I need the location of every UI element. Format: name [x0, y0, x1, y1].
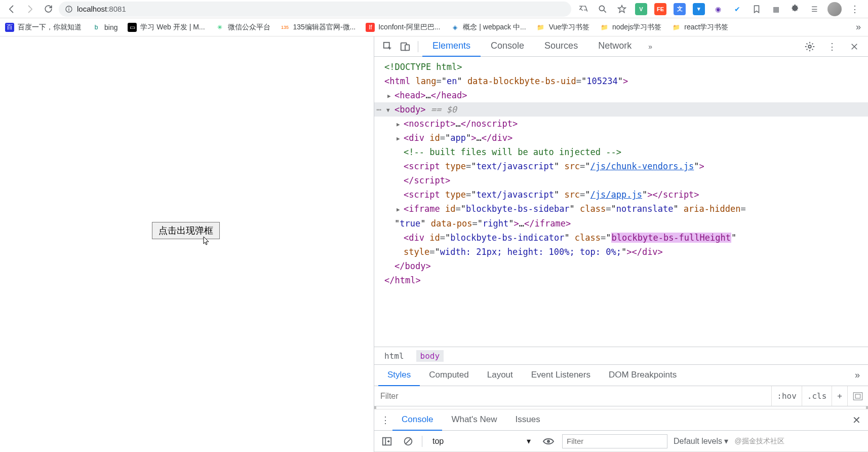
- log-levels-select[interactable]: Default levels ▾: [674, 436, 729, 446]
- tab-network[interactable]: Network: [588, 36, 642, 57]
- ext-blue-icon[interactable]: ▾: [693, 3, 705, 15]
- svg-point-15: [547, 440, 550, 443]
- devtools-close-icon[interactable]: [846, 38, 863, 55]
- console-toolbar: top▾ Default levels ▾ @掘金技术社区: [374, 431, 868, 452]
- styles-tab-styles[interactable]: Styles: [378, 365, 420, 386]
- bookmark-folder-react[interactable]: 📁react学习书签: [672, 23, 728, 32]
- dom-div-app[interactable]: ▶<div id="app">…</div>: [374, 131, 868, 145]
- forward-button[interactable]: [22, 2, 37, 17]
- google-translate-ext-icon[interactable]: 文: [674, 3, 686, 15]
- bookmark-webpack[interactable]: ◈概念 | webpack 中...: [450, 23, 526, 32]
- bookmark-icon: 百: [5, 23, 14, 32]
- bookmark-iconfont[interactable]: IfIconfont-阿里巴巴...: [366, 23, 440, 32]
- dom-html-close[interactable]: </html>: [374, 273, 868, 287]
- tab-elements[interactable]: Elements: [422, 36, 481, 57]
- url-host: localhost: [77, 5, 107, 13]
- dom-comment[interactable]: <!-- built files will be auto injected -…: [374, 145, 868, 159]
- extensions-puzzle-icon[interactable]: [789, 3, 801, 15]
- dom-iframe[interactable]: ▶<iframe id="blockbyte-bs-sidebar" class…: [374, 202, 868, 216]
- crumb-html[interactable]: html: [380, 350, 408, 362]
- bookmark-folder-nodejs[interactable]: 📁nodejs学习书签: [600, 23, 661, 32]
- dom-noscript[interactable]: ▶<noscript>…</noscript>: [374, 117, 868, 131]
- dom-doctype[interactable]: <!DOCTYPE html>: [374, 60, 868, 74]
- dom-indicator[interactable]: <div id="blockbyte-bs-indicator" class="…: [374, 231, 868, 245]
- drawer-tab-console[interactable]: Console: [392, 409, 442, 431]
- dom-body-close[interactable]: </body>: [374, 259, 868, 273]
- bookmarks-bar: 百百度一下，你就知道 bbing ▭学习 Web 开发 | M... ✳微信公众…: [0, 18, 868, 36]
- site-info-icon[interactable]: [65, 5, 73, 13]
- dom-script1[interactable]: <script type="text/javascript" src="/js/…: [374, 159, 868, 173]
- bookmark-mdn[interactable]: ▭学习 Web 开发 | M...: [128, 23, 205, 32]
- tabs-overflow-icon[interactable]: »: [642, 38, 659, 55]
- dom-body-open[interactable]: ⋯▼<body> == $0: [374, 102, 868, 117]
- live-expression-icon[interactable]: [541, 434, 556, 449]
- inspect-element-icon[interactable]: [379, 38, 397, 55]
- reading-list-icon[interactable]: [751, 3, 763, 15]
- drawer-tab-whatsnew[interactable]: What's New: [442, 409, 506, 431]
- reload-button[interactable]: [41, 2, 56, 17]
- bookmark-icon: ▭: [128, 23, 137, 32]
- bookmark-icon: If: [366, 23, 375, 32]
- ext-purple-icon[interactable]: ◉: [712, 3, 724, 15]
- chrome-menu-icon[interactable]: ⋮: [849, 3, 861, 15]
- folder-icon: 📁: [672, 23, 681, 32]
- console-filter-input[interactable]: [562, 434, 667, 448]
- ext-v-icon[interactable]: ✔: [731, 3, 743, 15]
- bookmark-label: bing: [104, 23, 117, 31]
- device-toggle-icon[interactable]: [397, 38, 414, 55]
- drawer-tab-issues[interactable]: Issues: [506, 409, 549, 431]
- dom-iframe-cont[interactable]: "true" data-pos="right">…</iframe>: [374, 216, 868, 231]
- page-viewport: 点击出现弹框: [0, 36, 374, 452]
- crumb-body[interactable]: body: [416, 350, 444, 362]
- dom-indicator-cont[interactable]: style="width: 21px; height: 100%; top: 0…: [374, 245, 868, 259]
- settings-gear-icon[interactable]: [801, 38, 818, 55]
- styles-tab-layout[interactable]: Layout: [478, 365, 522, 386]
- folder-icon: 📁: [536, 23, 545, 32]
- ext-fe-icon[interactable]: FE: [654, 3, 666, 15]
- translate-icon[interactable]: [577, 3, 589, 15]
- profile-avatar[interactable]: [827, 2, 842, 16]
- hov-button[interactable]: :hov: [771, 386, 802, 406]
- dom-html-open[interactable]: <html lang="en" data-blockbyte-bs-uid="1…: [374, 74, 868, 88]
- elements-tree[interactable]: <!DOCTYPE html> <html lang="en" data-blo…: [374, 57, 868, 347]
- vue-devtools-icon[interactable]: V: [635, 3, 647, 15]
- devtools-menu-icon[interactable]: ⋮: [823, 38, 841, 55]
- bookmark-label: Vue学习书签: [549, 23, 589, 32]
- tab-sources[interactable]: Sources: [534, 36, 588, 57]
- new-style-button[interactable]: +: [832, 386, 847, 406]
- address-bar[interactable]: localhost:8081: [59, 2, 571, 17]
- clear-console-icon[interactable]: [401, 434, 416, 449]
- bookmark-135[interactable]: 135135编辑器官网-微...: [281, 23, 356, 32]
- bookmark-bing[interactable]: bbing: [92, 23, 117, 32]
- styles-scrollbar[interactable]: [374, 406, 868, 409]
- styles-overflow-icon[interactable]: »: [851, 370, 864, 381]
- dom-script1-close[interactable]: </script>: [374, 173, 868, 187]
- drawer-menu-icon[interactable]: ⋮: [378, 415, 392, 426]
- styles-tab-computed[interactable]: Computed: [420, 365, 478, 386]
- cls-button[interactable]: .cls: [802, 386, 832, 406]
- console-context-select[interactable]: top▾: [428, 436, 535, 446]
- bookmarks-overflow[interactable]: »: [856, 22, 863, 32]
- box-model-toggle-icon[interactable]: [847, 386, 868, 406]
- styles-tab-dom-breakpoints[interactable]: DOM Breakpoints: [600, 365, 686, 386]
- svg-point-3: [599, 6, 604, 11]
- bookmark-label: 微信公众平台: [228, 23, 270, 32]
- bookmark-wechat[interactable]: ✳微信公众平台: [215, 23, 270, 32]
- bookmark-folder-vue[interactable]: 📁Vue学习书签: [536, 23, 589, 32]
- dom-script2[interactable]: <script type="text/javascript" src="/js/…: [374, 187, 868, 202]
- zoom-icon[interactable]: [597, 3, 609, 15]
- styles-tab-event-listeners[interactable]: Event Listeners: [522, 365, 600, 386]
- popup-trigger-button[interactable]: 点击出现弹框: [152, 222, 220, 239]
- side-panel-icon[interactable]: ☰: [808, 3, 820, 15]
- tab-console[interactable]: Console: [481, 36, 534, 57]
- back-button[interactable]: [4, 2, 19, 17]
- drawer-close-icon[interactable]: ✕: [849, 414, 864, 426]
- console-sidebar-toggle-icon[interactable]: [379, 434, 394, 449]
- svg-line-4: [604, 10, 606, 12]
- bookmark-label: 百度一下，你就知道: [18, 23, 82, 32]
- bookmark-star-icon[interactable]: [616, 3, 628, 15]
- dom-head[interactable]: ▶<head>…</head>: [374, 88, 868, 102]
- styles-filter-input[interactable]: [374, 386, 771, 406]
- bookmark-baidu[interactable]: 百百度一下，你就知道: [5, 23, 82, 32]
- ext-grid-icon[interactable]: ▦: [770, 3, 782, 15]
